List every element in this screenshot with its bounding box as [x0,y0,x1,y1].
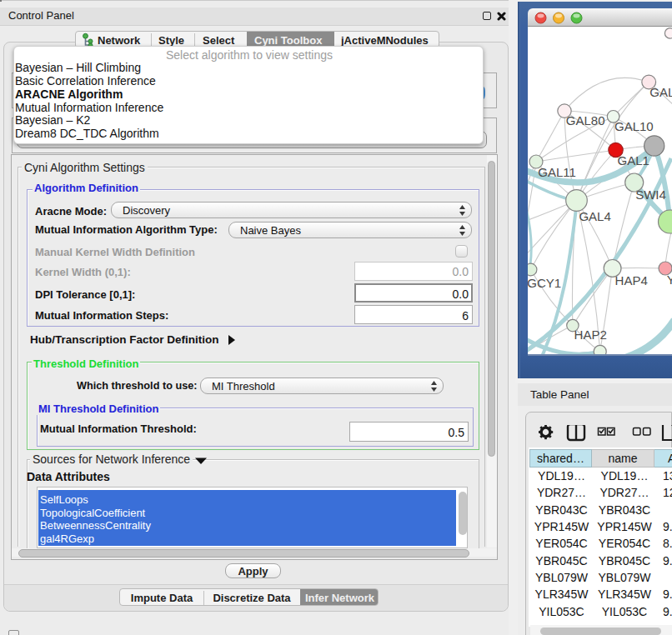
svg-text:GAL: GAL [649,85,672,99]
svg-text:GAL80: GAL80 [566,113,605,128]
svg-text:GAL1: GAL1 [618,153,649,168]
svg-text:GAL10: GAL10 [614,119,654,133]
svg-text:GAL4: GAL4 [579,209,610,223]
svg-text:Y: Y [667,272,672,287]
svg-text:GCY1: GCY1 [528,276,561,290]
svg-text:HAP4: HAP4 [615,273,648,288]
svg-text:HAP2: HAP2 [574,328,607,342]
svg-text:GAL11: GAL11 [538,165,576,179]
svg-text:SWI4: SWI4 [635,188,666,202]
